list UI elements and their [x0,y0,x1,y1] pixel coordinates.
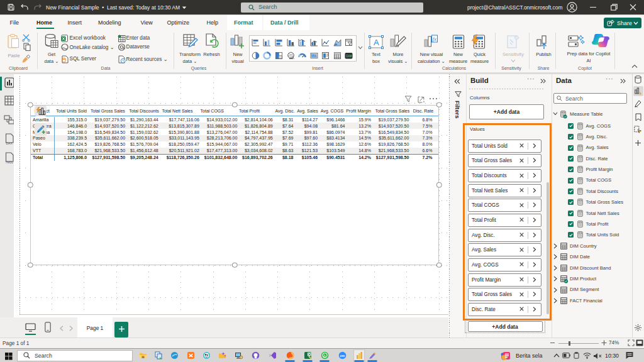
svg-text:DAX: DAX [6,141,13,145]
svg-text:zm: zm [340,354,345,358]
svg-text:fx: fx [433,36,437,42]
svg-text:A: A [374,38,379,47]
svg-text:123: 123 [312,54,317,57]
svg-text:TMDL: TMDL [6,161,14,164]
